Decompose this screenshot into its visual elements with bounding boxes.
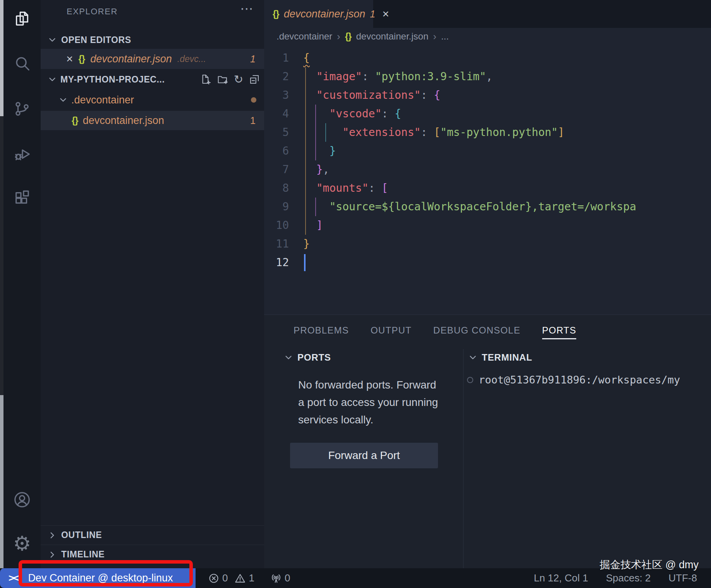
line-number: 8 [264, 179, 289, 198]
open-editors-label: OPEN EDITORS [61, 35, 131, 45]
tree-item-devcontainer-folder[interactable]: .devcontainer [41, 90, 264, 110]
code-editor[interactable]: 1{2 "image": "python:3.9-slim",3 "custom… [264, 45, 711, 315]
run-debug-icon[interactable] [3, 143, 41, 164]
remote-indicator[interactable]: >< Dev Container @ desktop-linux [0, 568, 196, 588]
tab-problem-badge: 1 [370, 9, 375, 20]
source-control-icon[interactable] [3, 98, 41, 120]
tab-devcontainer-json[interactable]: {} devcontainer.json 1 × [264, 0, 374, 28]
breadcrumb-file[interactable]: devcontainer.json [356, 31, 428, 42]
sidebar-title: EXPLORER [41, 3, 264, 20]
line-number: 10 [264, 216, 289, 235]
code-line[interactable]: 10 ] [264, 216, 711, 235]
encoding-status[interactable]: UTF-8 [668, 572, 697, 584]
remote-icon: >< [9, 572, 18, 584]
new-folder-icon[interactable] [217, 74, 228, 85]
panel-tab-ports[interactable]: PORTS [542, 325, 576, 339]
remote-label: Dev Container @ desktop-linux [28, 572, 173, 584]
code-line[interactable]: 3 "customizations": { [264, 86, 711, 105]
terminal-section-header[interactable]: TERMINAL [468, 352, 532, 363]
error-icon [208, 573, 219, 584]
warning-icon [235, 573, 246, 584]
line-content: } [303, 235, 711, 253]
tab-close-icon[interactable]: × [382, 8, 389, 20]
code-line[interactable]: 7 }, [264, 160, 711, 179]
terminal-output[interactable]: root@51367b911896:/workspaces/my [467, 374, 711, 386]
new-file-icon[interactable] [200, 74, 211, 85]
code-line[interactable]: 12 [264, 253, 711, 272]
breadcrumb-separator: › [337, 31, 340, 43]
collapse-all-icon[interactable] [249, 74, 260, 85]
problem-badge: 1 [250, 115, 256, 126]
line-content: }, [303, 160, 711, 179]
chevron-down-icon [468, 352, 478, 363]
outline-section-header[interactable]: OUTLINE [41, 525, 264, 545]
line-number: 9 [264, 198, 289, 216]
terminal-prompt-text: root@51367b911896:/workspaces/my [479, 374, 680, 386]
line-content: ] [303, 216, 711, 235]
terminal-header-label: TERMINAL [482, 352, 532, 363]
problem-badge: 1 [250, 53, 256, 65]
window-edge-strip [0, 0, 3, 116]
chevron-right-icon [47, 550, 57, 560]
ports-status[interactable]: 0 [271, 572, 290, 584]
code-line[interactable]: 5 "extensions": ["ms-python.python"] [264, 123, 711, 142]
code-line[interactable]: 8 "mounts": [ [264, 179, 711, 198]
tree-item-devcontainer-json[interactable]: {} devcontainer.json 1 [41, 111, 264, 130]
code-line[interactable]: 9 "source=${localWorkspaceFolder},target… [264, 198, 711, 216]
ports-header-label: PORTS [297, 352, 331, 363]
timeline-label: TIMELINE [61, 549, 105, 560]
line-number: 5 [264, 123, 289, 142]
cursor-position-status[interactable]: Ln 12, Col 1 [534, 572, 588, 584]
panel-tab-problems[interactable]: PROBLEMS [294, 325, 349, 339]
line-content: { [303, 49, 711, 67]
problems-status[interactable]: 0 1 [208, 572, 254, 584]
chevron-down-icon [58, 95, 68, 105]
panel-tab-output[interactable]: OUTPUT [371, 325, 412, 339]
sidebar-title-label: EXPLORER [67, 7, 118, 17]
line-content: "vscode": { [303, 105, 711, 123]
code-line[interactable]: 4 "vscode": { [264, 105, 711, 123]
breadcrumb-symbol[interactable]: ... [441, 31, 449, 42]
code-lines: 1{2 "image": "python:3.9-slim",3 "custom… [264, 49, 711, 272]
settings-gear-icon[interactable]: ⚙ [3, 533, 41, 554]
extensions-icon[interactable] [3, 187, 41, 209]
search-icon[interactable] [3, 53, 41, 74]
bottom-panel: PROBLEMSOUTPUTDEBUG CONSOLEPORTS PORTS N… [264, 315, 711, 568]
open-editor-item[interactable]: × {} devcontainer.json .devc... 1 [41, 49, 264, 69]
outline-label: OUTLINE [61, 530, 102, 540]
workspace-folder-label: MY-PYTHON-PROJEC... [60, 74, 165, 85]
refresh-icon[interactable]: ↻ [234, 73, 243, 86]
open-editor-description: .devc... [177, 54, 206, 64]
close-icon[interactable]: × [66, 53, 73, 65]
workspace-folder-header[interactable]: MY-PYTHON-PROJEC... ↻ [41, 70, 264, 89]
modified-dot [251, 97, 256, 103]
indent-guide [305, 67, 306, 235]
open-editors-section-header[interactable]: OPEN EDITORS [41, 32, 264, 48]
status-bar: >< Dev Container @ desktop-linux 0 1 0 L… [0, 568, 711, 588]
code-line[interactable]: 11} [264, 235, 711, 253]
broadcast-tower-icon [271, 573, 282, 584]
panel-divider[interactable] [463, 349, 464, 568]
files-icon[interactable] [3, 8, 41, 29]
chevron-down-icon [47, 35, 57, 45]
error-count: 0 [222, 572, 228, 584]
code-line[interactable]: 2 "image": "python:3.9-slim", [264, 67, 711, 86]
code-line[interactable]: 6 } [264, 142, 711, 160]
panel-tab-debug-console[interactable]: DEBUG CONSOLE [433, 325, 520, 339]
line-number: 4 [264, 105, 289, 123]
account-icon[interactable] [3, 489, 41, 511]
indentation-status[interactable]: Spaces: 2 [606, 572, 651, 584]
ports-empty-message: No forwarded ports. Forward a port to ac… [298, 376, 472, 428]
more-actions-icon[interactable]: ⋯ [240, 1, 254, 16]
code-line[interactable]: 1{ [264, 49, 711, 67]
forward-a-port-button[interactable]: Forward a Port [290, 443, 438, 468]
line-content: } [303, 142, 711, 160]
timeline-section-header[interactable]: TIMELINE [41, 545, 264, 564]
ports-section-header[interactable]: PORTS [283, 352, 331, 363]
json-file-icon: {} [72, 115, 78, 126]
breadcrumb-separator: › [433, 31, 436, 43]
json-file-icon: {} [345, 31, 352, 42]
line-content: "image": "python:3.9-slim", [303, 67, 711, 86]
breadcrumb-folder[interactable]: .devcontainer [276, 31, 332, 42]
editor-group: {} devcontainer.json 1 × .devcontainer ›… [264, 0, 711, 315]
